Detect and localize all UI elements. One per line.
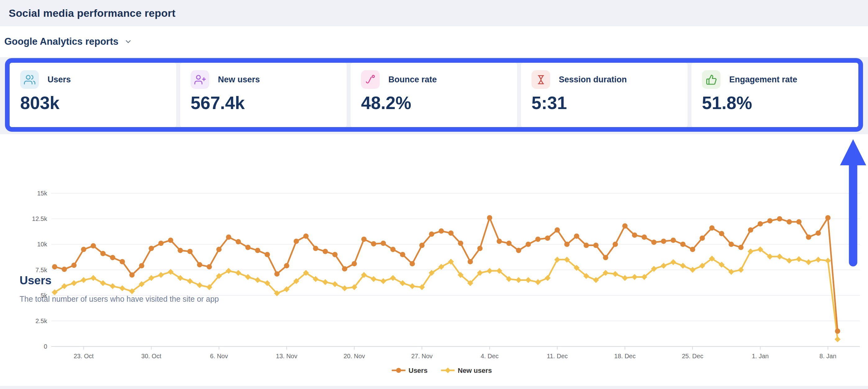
data-point[interactable] xyxy=(254,277,260,283)
data-point[interactable] xyxy=(110,255,115,260)
data-point[interactable] xyxy=(680,242,685,247)
data-point[interactable] xyxy=(777,253,783,259)
data-point[interactable] xyxy=(767,218,773,223)
data-point[interactable] xyxy=(81,277,87,283)
data-point[interactable] xyxy=(516,277,522,283)
data-point[interactable] xyxy=(651,240,657,245)
data-point[interactable] xyxy=(516,248,521,253)
reports-dropdown[interactable]: Google Analytics reports xyxy=(4,26,132,57)
data-point[interactable] xyxy=(380,278,386,284)
data-point[interactable] xyxy=(81,247,86,252)
data-point[interactable] xyxy=(535,279,541,285)
data-point[interactable] xyxy=(400,280,405,286)
data-point[interactable] xyxy=(613,242,618,247)
data-point[interactable] xyxy=(555,227,560,233)
data-point[interactable] xyxy=(409,283,415,289)
data-point[interactable] xyxy=(815,230,821,236)
data-point[interactable] xyxy=(661,239,666,244)
data-point[interactable] xyxy=(796,219,802,225)
data-point[interactable] xyxy=(439,228,444,234)
data-point[interactable] xyxy=(226,268,231,274)
data-point[interactable] xyxy=(265,252,270,257)
data-point[interactable] xyxy=(52,264,57,269)
data-point[interactable] xyxy=(468,259,473,265)
data-point[interactable] xyxy=(545,235,550,241)
data-point[interactable] xyxy=(158,272,164,278)
data-point[interactable] xyxy=(574,234,579,239)
data-point[interactable] xyxy=(197,262,203,268)
data-point[interactable] xyxy=(719,231,724,236)
data-point[interactable] xyxy=(158,241,164,246)
data-point[interactable] xyxy=(207,264,212,269)
data-point[interactable] xyxy=(728,242,734,247)
data-point[interactable] xyxy=(584,243,589,248)
data-point[interactable] xyxy=(420,243,425,248)
data-point[interactable] xyxy=(187,249,192,254)
data-point[interactable] xyxy=(748,227,753,233)
data-point[interactable] xyxy=(429,231,434,237)
data-point[interactable] xyxy=(757,221,763,226)
legend-item-users[interactable]: Users xyxy=(392,367,428,374)
data-point[interactable] xyxy=(91,243,96,249)
data-point[interactable] xyxy=(738,267,744,273)
data-point[interactable] xyxy=(332,281,338,287)
data-point[interactable] xyxy=(622,223,628,229)
data-point[interactable] xyxy=(342,266,347,272)
data-point[interactable] xyxy=(825,215,831,220)
data-point[interactable] xyxy=(255,248,260,253)
data-point[interactable] xyxy=(680,263,686,269)
data-point[interactable] xyxy=(62,267,67,272)
data-point[interactable] xyxy=(632,274,638,280)
data-point[interactable] xyxy=(815,257,821,262)
data-point[interactable] xyxy=(332,252,337,257)
data-point[interactable] xyxy=(487,268,493,274)
data-point[interactable] xyxy=(448,230,454,236)
data-point[interactable] xyxy=(526,242,531,247)
data-point[interactable] xyxy=(226,234,231,240)
data-point[interactable] xyxy=(100,251,105,256)
data-point[interactable] xyxy=(700,235,705,241)
data-point[interactable] xyxy=(690,247,695,252)
data-point[interactable] xyxy=(274,271,280,277)
data-point[interactable] xyxy=(381,241,386,246)
data-point[interactable] xyxy=(322,279,328,285)
data-point[interactable] xyxy=(671,238,676,243)
data-point[interactable] xyxy=(216,247,222,252)
data-point[interactable] xyxy=(284,263,289,269)
data-point[interactable] xyxy=(593,243,598,248)
data-point[interactable] xyxy=(120,259,125,265)
data-point[interactable] xyxy=(632,232,637,238)
data-point[interactable] xyxy=(71,280,77,286)
data-point[interactable] xyxy=(129,272,135,277)
data-point[interactable] xyxy=(352,261,357,266)
data-point[interactable] xyxy=(835,336,841,342)
data-point[interactable] xyxy=(786,257,792,263)
data-point[interactable] xyxy=(390,275,396,281)
data-point[interactable] xyxy=(612,271,618,277)
data-point[interactable] xyxy=(535,237,540,242)
data-point[interactable] xyxy=(361,237,367,242)
data-point[interactable] xyxy=(806,259,811,265)
data-point[interactable] xyxy=(245,245,251,250)
data-point[interactable] xyxy=(197,282,203,288)
data-point[interactable] xyxy=(709,225,715,230)
data-point[interactable] xyxy=(400,252,405,257)
data-point[interactable] xyxy=(564,242,570,247)
data-point[interactable] xyxy=(806,234,811,240)
data-point[interactable] xyxy=(90,275,96,281)
data-point[interactable] xyxy=(506,241,512,246)
data-point[interactable] xyxy=(787,219,792,225)
data-point[interactable] xyxy=(497,239,502,244)
data-point[interactable] xyxy=(777,216,782,222)
legend-item-new-users[interactable]: New users xyxy=(441,367,492,374)
data-point[interactable] xyxy=(738,245,744,250)
data-point[interactable] xyxy=(545,275,550,281)
data-point[interactable] xyxy=(371,241,376,246)
data-point[interactable] xyxy=(477,246,483,251)
data-point[interactable] xyxy=(796,256,802,262)
data-point[interactable] xyxy=(303,234,309,239)
data-point[interactable] xyxy=(178,248,183,253)
data-point[interactable] xyxy=(835,328,840,334)
data-point[interactable] xyxy=(294,239,299,244)
data-point[interactable] xyxy=(322,249,328,254)
